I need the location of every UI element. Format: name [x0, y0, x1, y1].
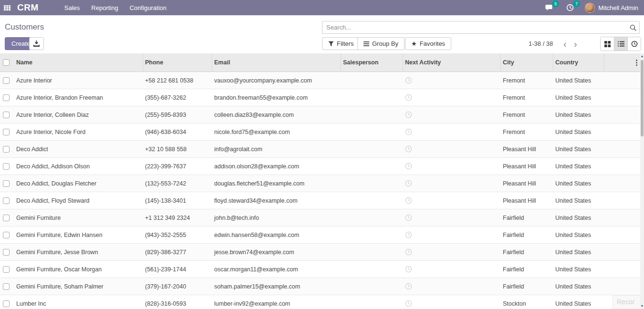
row-checkbox[interactable] — [3, 180, 10, 187]
scroll-down-icon[interactable]: ▼ — [640, 303, 644, 309]
row-checkbox[interactable] — [3, 163, 10, 170]
row-checkbox[interactable] — [3, 197, 10, 204]
cell-country: United States — [553, 112, 604, 118]
header-city[interactable]: City — [501, 53, 553, 72]
next-activity-clock-icon[interactable] — [405, 94, 412, 101]
table-row[interactable]: Azure Interior, Nicole Ford (946)-638-60… — [0, 124, 644, 141]
cell-name: Azure Interior, Nicole Ford — [14, 129, 143, 135]
row-checkbox[interactable] — [3, 266, 10, 273]
next-activity-clock-icon[interactable] — [405, 283, 412, 290]
cell-phone: (223)-399-7637 — [143, 163, 212, 170]
table-row[interactable]: Deco Addict, Addison Olson (223)-399-763… — [0, 158, 644, 175]
cell-next-activity — [403, 197, 501, 204]
search-icon[interactable] — [627, 24, 639, 31]
row-checkbox[interactable] — [3, 300, 10, 307]
activity-view-button[interactable] — [627, 37, 641, 51]
app-brand[interactable]: CRM — [14, 2, 45, 13]
next-activity-clock-icon[interactable] — [405, 300, 412, 307]
scrollbar-thumb[interactable] — [641, 60, 644, 136]
row-checkbox[interactable] — [3, 129, 10, 135]
cell-email: nicole.ford75@example.com — [212, 129, 341, 135]
list-body: Azure Interior +58 212 681 0538 vauxoo@y… — [0, 72, 644, 309]
search-input[interactable] — [322, 24, 627, 31]
next-activity-clock-icon[interactable] — [405, 111, 412, 118]
bars-icon — [364, 41, 369, 46]
row-checkbox[interactable] — [3, 94, 10, 101]
table-row[interactable]: Deco Addict, Floyd Steward (145)-138-340… — [0, 192, 644, 209]
menu-configuration[interactable]: Configuration — [124, 0, 172, 15]
next-activity-clock-icon[interactable] — [405, 266, 412, 273]
next-activity-clock-icon[interactable] — [405, 128, 412, 135]
cell-country: United States — [553, 232, 604, 238]
table-row[interactable]: Deco Addict +32 10 588 558 info@agrolait… — [0, 141, 644, 158]
row-checkbox[interactable] — [3, 249, 10, 256]
select-all-checkbox[interactable] — [3, 59, 10, 66]
pager-next-button[interactable]: › — [570, 39, 581, 49]
export-button[interactable] — [29, 37, 44, 50]
cell-city: Fremont — [501, 129, 553, 135]
next-activity-clock-icon[interactable] — [405, 163, 412, 170]
header-name[interactable]: Name — [14, 53, 143, 72]
user-menu[interactable]: Mitchell Admin — [598, 4, 644, 11]
kanban-view-button[interactable] — [601, 37, 614, 51]
row-checkbox[interactable] — [3, 283, 10, 290]
table-row[interactable]: Gemini Furniture, Soham Palmer (379)-167… — [0, 278, 644, 295]
table-row[interactable]: Azure Interior, Brandon Freeman (355)-68… — [0, 89, 644, 106]
scroll-up-icon[interactable]: ▲ — [640, 53, 644, 59]
messages-button[interactable]: 5 — [543, 0, 555, 15]
cell-email: floyd.steward34@example.com — [212, 197, 341, 204]
cell-phone: (943)-352-2555 — [143, 232, 212, 238]
group-by-button[interactable]: Group By — [357, 37, 405, 50]
menu-reporting[interactable]: Reporting — [85, 0, 124, 15]
row-checkbox[interactable] — [3, 215, 10, 221]
next-activity-clock-icon[interactable] — [405, 248, 412, 256]
filters-button[interactable]: Filters — [322, 37, 360, 50]
cell-phone: (828)-316-0593 — [143, 300, 212, 307]
table-row[interactable]: Deco Addict, Douglas Fletcher (132)-553-… — [0, 175, 644, 192]
table-row[interactable]: Azure Interior, Colleen Diaz (255)-595-8… — [0, 106, 644, 124]
filters-label: Filters — [337, 40, 353, 47]
table-row[interactable]: Lumber Inc (828)-316-0593 lumber-inv92@e… — [0, 295, 644, 309]
table-row[interactable]: Gemini Furniture +1 312 349 2324 john.b@… — [0, 209, 644, 227]
next-activity-clock-icon[interactable] — [405, 145, 412, 153]
table-row[interactable]: Gemini Furniture, Oscar Morgan (561)-239… — [0, 261, 644, 278]
row-checkbox[interactable] — [3, 77, 10, 84]
header-filler — [604, 53, 644, 72]
header-salesperson[interactable]: Salesperson — [341, 53, 403, 72]
activities-button[interactable]: 7 — [564, 0, 576, 15]
table-row[interactable]: Azure Interior +58 212 681 0538 vauxoo@y… — [0, 72, 644, 89]
cell-city: Pleasant Hill — [501, 163, 553, 170]
row-checkbox[interactable] — [3, 232, 10, 238]
favorites-button[interactable]: ★ Favorites — [405, 37, 451, 50]
cell-country: United States — [553, 215, 604, 221]
cell-email: addison.olson28@example.com — [212, 163, 341, 170]
vertical-scrollbar[interactable]: ▲ ▼ — [640, 53, 644, 309]
table-row[interactable]: Gemini Furniture, Jesse Brown (829)-386-… — [0, 244, 644, 261]
cell-next-activity — [403, 111, 501, 118]
cell-phone: (132)-553-7242 — [143, 180, 212, 187]
pager-previous-button[interactable]: ‹ — [560, 39, 570, 49]
apps-menu-button[interactable] — [0, 0, 14, 15]
next-activity-clock-icon[interactable] — [405, 77, 412, 84]
optional-columns-icon[interactable] — [635, 59, 637, 67]
header-phone[interactable]: Phone — [143, 53, 212, 72]
next-activity-clock-icon[interactable] — [405, 214, 412, 221]
user-avatar[interactable] — [585, 3, 595, 13]
cell-name: Gemini Furniture, Oscar Morgan — [14, 266, 143, 273]
next-activity-clock-icon[interactable] — [405, 231, 412, 238]
header-email[interactable]: Email — [212, 53, 341, 72]
cell-name: Deco Addict, Addison Olson — [14, 163, 143, 170]
cell-city: Stockton — [501, 300, 553, 307]
table-row[interactable]: Gemini Furniture, Edwin Hansen (943)-352… — [0, 227, 644, 244]
cell-country: United States — [553, 180, 604, 187]
control-panel: Customers Create Filters Group By ★ Favo… — [0, 15, 644, 53]
next-activity-clock-icon[interactable] — [405, 197, 412, 204]
row-select-cell — [0, 146, 14, 153]
header-country[interactable]: Country — [553, 53, 604, 72]
next-activity-clock-icon[interactable] — [405, 180, 412, 187]
menu-sales[interactable]: Sales — [59, 0, 86, 15]
header-next-activity[interactable]: Next Activity — [403, 53, 501, 72]
row-checkbox[interactable] — [3, 112, 10, 118]
row-checkbox[interactable] — [3, 146, 10, 153]
list-view-button[interactable] — [614, 37, 627, 51]
